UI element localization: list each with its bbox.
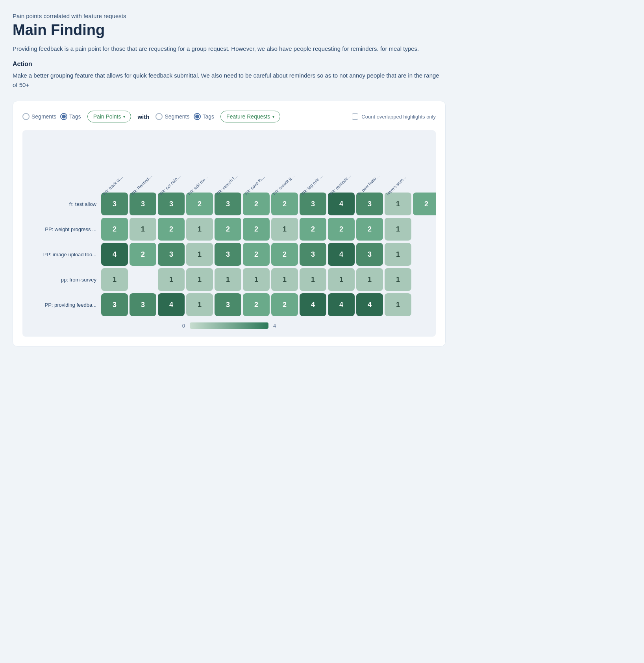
cell-3-9: 1 [356,268,383,291]
cell-3-8: 1 [328,268,355,291]
matrix-row-4: PP: providing feedba...33413224441 [30,293,428,316]
cell-1-5: 2 [243,218,270,241]
cell-3-4: 1 [215,268,241,291]
cell-2-3: 1 [186,243,213,266]
cell-4-6: 2 [271,293,298,316]
row-label-1: PP: weight progress ... [30,226,101,232]
cell-2-10: 1 [385,243,411,266]
cell-2-7: 3 [300,243,326,266]
cell-1-0: 2 [101,218,128,241]
row-label-4: PP: providing feedba... [30,302,101,308]
cell-4-11 [413,293,436,316]
action-text: Make a better grouping feature that allo… [13,71,446,90]
page-wrapper: Pain points correlated with feature requ… [13,13,446,346]
cell-3-2: 1 [158,268,185,291]
cell-2-9: 3 [356,243,383,266]
col-header-10: Here's something... [385,138,413,189]
col-header-1: FR: Reminders for... [130,138,158,189]
right-tags-radio[interactable] [194,113,201,120]
left-segments-radio[interactable] [22,113,30,120]
correlation-card: Segments Tags Pain Points ▾ with Segment… [13,101,446,346]
cell-1-7: 2 [300,218,326,241]
cell-1-8: 2 [328,218,355,241]
right-segments-label: Segments [165,113,189,120]
cell-2-4: 3 [215,243,241,266]
cell-1-6: 1 [271,218,298,241]
cell-1-11 [413,218,436,241]
cell-4-7: 4 [300,293,326,316]
cell-3-3: 1 [186,268,213,291]
feature-requests-dropdown[interactable]: Feature Requests ▾ [220,111,280,122]
legend-row: 0 4 [30,322,428,329]
col-header-8: FR: reminders for... [328,138,356,189]
chevron-down-icon: ▾ [123,115,125,119]
matrix-row-3: pp: from-survey1111111111 [30,268,428,291]
cell-0-11: 2 [413,193,436,215]
row-label-0: fr: test allow [30,201,101,207]
with-label: with [137,113,149,120]
cell-2-2: 3 [158,243,185,266]
matrix-container: FR: track water visual timelineFR: Remin… [22,130,436,337]
col-header-0: FR: track water visual timeline [101,138,130,189]
cell-4-1: 3 [130,293,156,316]
left-tags-label: Tags [69,113,81,120]
cell-4-0: 3 [101,293,128,316]
cell-4-8: 4 [328,293,355,316]
cell-4-9: 4 [356,293,383,316]
col-headers: FR: track water visual timelineFR: Remin… [101,138,428,189]
main-title: Main Finding [13,22,446,39]
cell-2-8: 4 [328,243,355,266]
cells-row-1: 21212212221 [101,218,436,241]
right-segments-option[interactable]: Segments [155,113,189,120]
cells-row-4: 33413224441 [101,293,436,316]
cells-row-3: 1111111111 [101,268,436,291]
cell-3-7: 1 [300,268,326,291]
subtitle: Pain points correlated with feature requ… [13,13,446,19]
cell-3-1 [130,268,156,291]
description: Providing feedback is a pain point for t… [13,44,446,54]
count-overlap-label: Count overlapped highlights only [361,114,436,120]
controls-row: Segments Tags Pain Points ▾ with Segment… [22,111,436,122]
right-segments-radio[interactable] [155,113,163,120]
cell-1-2: 2 [158,218,185,241]
count-overlap-control: Count overlapped highlights only [352,113,436,120]
right-tags-option[interactable]: Tags [194,113,215,120]
cell-3-0: 1 [101,268,128,291]
cell-4-5: 2 [243,293,270,316]
cell-2-0: 4 [101,243,128,266]
cell-2-5: 2 [243,243,270,266]
cell-3-6: 1 [271,268,298,291]
right-tags-label: Tags [203,113,215,120]
cell-1-3: 1 [186,218,213,241]
col-header-9: fr: new feature r... [356,138,385,189]
col-header-4: FR: search for pl... [215,138,243,189]
cell-1-4: 2 [215,218,241,241]
pain-points-dropdown[interactable]: Pain Points ▾ [87,111,131,122]
cell-4-3: 1 [186,293,213,316]
matrix-row-2: PP: image upload too...42313223431 [30,243,428,266]
count-overlap-checkbox[interactable] [352,113,358,120]
left-segments-label: Segments [31,113,56,120]
matrix-rows: fr: test allow333232234312PP: weight pro… [30,193,428,316]
right-radio-group: Segments Tags [155,113,214,120]
legend-min: 0 [182,323,185,329]
cell-4-4: 3 [215,293,241,316]
left-tags-radio[interactable] [60,113,67,120]
feature-requests-label: Feature Requests [226,113,270,120]
matrix-row-0: fr: test allow333232234312 [30,193,428,215]
cell-3-5: 1 [243,268,270,291]
left-radio-group: Segments Tags [22,113,81,120]
cell-4-10: 1 [385,293,411,316]
row-label-2: PP: image upload too... [30,252,101,257]
left-tags-option[interactable]: Tags [60,113,81,120]
left-segments-option[interactable]: Segments [22,113,56,120]
cell-1-10: 1 [385,218,411,241]
col-header-7: FR: tag rule test [300,138,328,189]
cell-3-10: 1 [385,268,411,291]
cell-2-11 [413,243,436,266]
cell-4-2: 4 [158,293,185,316]
cells-row-0: 333232234312 [101,193,436,215]
legend-bar [190,322,268,329]
col-header-3: FR: edit meal tim... [186,138,215,189]
col-header-2: FR: set calorie t... [158,138,186,189]
